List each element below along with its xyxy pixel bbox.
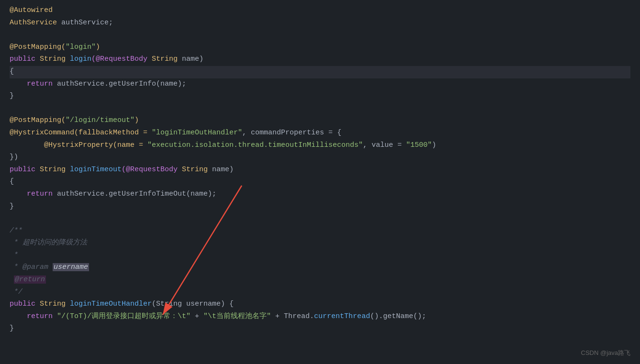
watermark: CSDN @java路飞	[581, 348, 631, 358]
code-container: @AutowiredAuthService authService;@PostM…	[0, 0, 640, 364]
code-token: String	[182, 164, 212, 176]
code-line: */	[10, 287, 630, 299]
code-line: {	[10, 66, 630, 78]
code-token: return	[10, 78, 57, 90]
code-token: String	[152, 54, 182, 65]
code-token: "/(ToT)/调用登录接口超时或异常：\t"	[57, 311, 191, 322]
code-token: "login"	[66, 42, 96, 53]
code-line: @PostMapping("/login/timeout")	[10, 115, 630, 127]
code-token: (@RequestBody	[91, 54, 152, 65]
code-token: )	[96, 42, 100, 53]
code-token: return	[10, 311, 57, 322]
code-token: public	[10, 298, 40, 310]
code-token: public	[10, 164, 40, 176]
code-line: }	[10, 90, 630, 103]
code-line: return "/(ToT)/调用登录接口超时或异常：\t" + "\t当前线程…	[10, 311, 630, 323]
code-line: }	[10, 201, 630, 213]
code-token: /**	[10, 225, 22, 237]
code-line: })	[10, 152, 630, 164]
code-token: })	[10, 152, 18, 163]
code-line: {	[10, 176, 630, 188]
code-token: "\t当前线程池名字"	[203, 311, 271, 322]
code-token: )	[135, 115, 139, 126]
code-token: {	[10, 66, 14, 77]
code-token: String	[40, 164, 70, 176]
code-line: public String login(@RequestBody String …	[10, 54, 630, 66]
code-token: * @param	[10, 262, 48, 273]
lines-container: @AutowiredAuthService authService;@PostM…	[10, 5, 630, 335]
code-token: currentThread	[314, 311, 370, 322]
code-token: */	[10, 287, 22, 298]
code-token: + Thread.	[271, 311, 314, 322]
code-token: String	[40, 54, 70, 65]
code-line: /**	[10, 225, 630, 238]
code-line	[10, 29, 630, 42]
code-token: public	[10, 54, 40, 65]
code-token: authService;	[61, 17, 113, 29]
code-token: , value =	[363, 140, 406, 151]
code-token: loginTimeout	[70, 164, 122, 176]
code-line	[10, 103, 630, 115]
code-token: +	[191, 311, 203, 322]
code-token: @return	[10, 274, 46, 286]
code-token: ().getName();	[370, 311, 426, 322]
code-token: "/login/timeout"	[66, 115, 135, 126]
code-token: "loginTimeOutHandler"	[152, 127, 242, 139]
code-token: return	[10, 188, 57, 200]
code-token: * 超时访问的降级方法	[10, 237, 87, 249]
code-token: )	[432, 140, 436, 151]
code-token: @PostMapping(	[10, 115, 66, 126]
code-token: @Autowired	[10, 5, 53, 16]
code-token: }	[10, 323, 14, 334]
code-line: public String loginTimeOutHandler(String…	[10, 298, 630, 311]
code-token: @HystrixCommand(fallbackMethod =	[10, 127, 152, 139]
code-token: name)	[182, 54, 203, 65]
code-token: username	[48, 262, 89, 273]
code-token: (String username) {	[152, 298, 234, 310]
code-token: name)	[212, 164, 234, 176]
code-line: *	[10, 250, 630, 262]
code-token: authService.getUserInfoTimeOut(name);	[57, 188, 216, 200]
code-token: (@RequestBody	[122, 164, 182, 176]
code-token: }	[10, 90, 14, 102]
code-line: @Autowired	[10, 5, 630, 17]
code-token: AuthService	[10, 17, 61, 29]
code-token: "1500"	[406, 140, 432, 151]
code-line: }	[10, 323, 630, 335]
code-line: * 超时访问的降级方法	[10, 237, 630, 250]
code-line: return authService.getUserInfo(name);	[10, 78, 630, 91]
code-token: authService.getUserInfo(name);	[57, 78, 186, 90]
code-line: @HystrixCommand(fallbackMethod = "loginT…	[10, 127, 630, 140]
code-token: *	[10, 250, 18, 261]
code-token: loginTimeOutHandler	[70, 298, 152, 310]
code-line	[10, 213, 630, 225]
code-token: {	[10, 176, 14, 188]
code-token: @HystrixProperty(name =	[10, 140, 147, 151]
code-line: public String loginTimeout(@RequestBody …	[10, 164, 630, 176]
code-line: AuthService authService;	[10, 17, 630, 30]
code-token: @PostMapping(	[10, 42, 66, 53]
code-line: @return	[10, 274, 630, 287]
code-line: * @param username	[10, 262, 630, 274]
code-token: String	[40, 298, 70, 310]
code-line: return authService.getUserInfoTimeOut(na…	[10, 188, 630, 201]
code-token: "execution.isolation.thread.timeoutInMil…	[147, 140, 363, 151]
code-token: login	[70, 54, 91, 65]
code-token: }	[10, 201, 14, 212]
code-token: , commandProperties = {	[242, 127, 341, 139]
code-line: @PostMapping("login")	[10, 42, 630, 54]
code-line: @HystrixProperty(name = "execution.isola…	[10, 140, 630, 152]
